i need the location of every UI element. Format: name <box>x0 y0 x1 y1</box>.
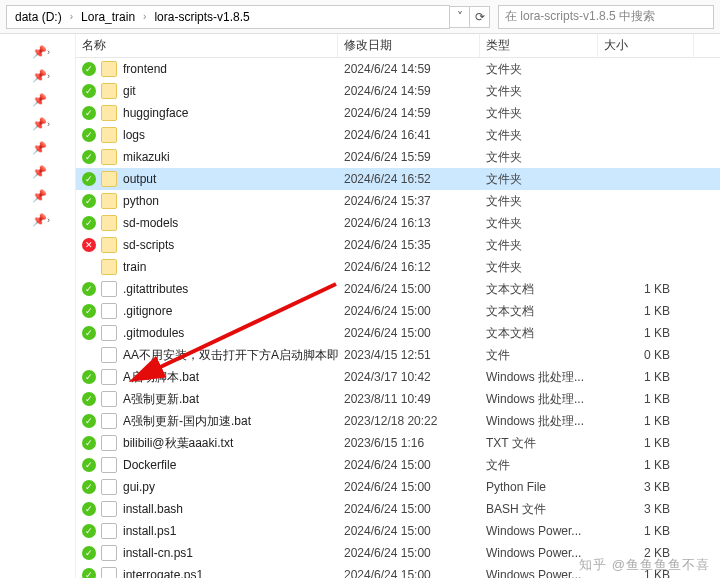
column-name[interactable]: 名称 <box>76 34 338 57</box>
file-row[interactable]: ✓A强制更新.bat2023/8/11 10:49Windows 批处理...1… <box>76 388 720 410</box>
pin-icon: 📌 <box>32 213 47 227</box>
column-type[interactable]: 类型 <box>480 34 598 57</box>
quick-access-item[interactable]: 📌› <box>0 112 75 136</box>
folder-icon <box>101 193 117 209</box>
file-name: A强制更新.bat <box>123 391 199 408</box>
file-name: install-cn.ps1 <box>123 546 193 560</box>
file-date: 2024/6/24 15:35 <box>338 238 480 252</box>
file-row[interactable]: ✓A启动脚本.bat2024/3/17 10:42Windows 批处理...1… <box>76 366 720 388</box>
file-row[interactable]: ✓huggingface2024/6/24 14:59文件夹 <box>76 102 720 124</box>
file-type: 文件夹 <box>480 83 598 100</box>
file-size: 0 KB <box>598 348 694 362</box>
sync-none-icon <box>82 348 96 362</box>
sync-ok-icon: ✓ <box>82 502 96 516</box>
file-size: 1 KB <box>598 436 694 450</box>
file-name: .gitignore <box>123 304 172 318</box>
sync-ok-icon: ✓ <box>82 436 96 450</box>
file-name: install.ps1 <box>123 524 176 538</box>
file-icon <box>101 501 117 517</box>
pin-icon: 📌 <box>32 93 47 107</box>
file-row[interactable]: ✓python2024/6/24 15:37文件夹 <box>76 190 720 212</box>
file-row[interactable]: ✓git2024/6/24 14:59文件夹 <box>76 80 720 102</box>
search-input[interactable]: 在 lora-scripts-v1.8.5 中搜索 <box>498 5 714 29</box>
file-row[interactable]: ✓A强制更新-国内加速.bat2023/12/18 20:22Windows 批… <box>76 410 720 432</box>
chevron-right-icon: › <box>47 215 50 225</box>
file-row[interactable]: ✓mikazuki2024/6/24 15:59文件夹 <box>76 146 720 168</box>
file-type: 文本文档 <box>480 303 598 320</box>
file-row[interactable]: ✓gui.py2024/6/24 15:00Python File3 KB <box>76 476 720 498</box>
file-row[interactable]: ✕sd-scripts2024/6/24 15:35文件夹 <box>76 234 720 256</box>
file-row[interactable]: ✓logs2024/6/24 16:41文件夹 <box>76 124 720 146</box>
file-row[interactable]: AA不用安装，双击打开下方A启动脚本即...2023/4/15 12:51文件0… <box>76 344 720 366</box>
breadcrumb[interactable]: data (D:) › Lora_train › lora-scripts-v1… <box>6 5 450 29</box>
folder-icon <box>101 259 117 275</box>
sync-ok-icon: ✓ <box>82 480 96 494</box>
file-date: 2024/6/24 15:59 <box>338 150 480 164</box>
file-row[interactable]: ✓bilibili@秋葉aaaki.txt2023/6/15 1:16TXT 文… <box>76 432 720 454</box>
file-size: 1 KB <box>598 458 694 472</box>
sync-ok-icon: ✓ <box>82 370 96 384</box>
file-name: .gitmodules <box>123 326 184 340</box>
file-row[interactable]: ✓.gitattributes2024/6/24 15:00文本文档1 KB <box>76 278 720 300</box>
file-name: train <box>123 260 146 274</box>
file-row[interactable]: ✓.gitmodules2024/6/24 15:00文本文档1 KB <box>76 322 720 344</box>
file-name: huggingface <box>123 106 188 120</box>
refresh-button[interactable]: ⟳ <box>470 6 490 28</box>
sync-error-icon: ✕ <box>82 238 96 252</box>
file-date: 2024/6/24 16:13 <box>338 216 480 230</box>
file-name: A强制更新-国内加速.bat <box>123 413 251 430</box>
sync-ok-icon: ✓ <box>82 304 96 318</box>
sync-ok-icon: ✓ <box>82 568 96 578</box>
quick-access-item[interactable]: 📌› <box>0 208 75 232</box>
file-icon <box>101 567 117 578</box>
file-name: interrogate.ps1 <box>123 568 203 578</box>
file-name: install.bash <box>123 502 183 516</box>
breadcrumb-seg-folder1[interactable]: Lora_train <box>77 10 139 24</box>
sync-ok-icon: ✓ <box>82 128 96 142</box>
sync-ok-icon: ✓ <box>82 458 96 472</box>
sync-ok-icon: ✓ <box>82 150 96 164</box>
file-row[interactable]: ✓Dockerfile2024/6/24 15:00文件1 KB <box>76 454 720 476</box>
file-icon <box>101 545 117 561</box>
file-date: 2024/6/24 15:00 <box>338 546 480 560</box>
file-row[interactable]: ✓.gitignore2024/6/24 15:00文本文档1 KB <box>76 300 720 322</box>
quick-access-item[interactable]: 📌 <box>0 136 75 160</box>
file-date: 2024/6/24 14:59 <box>338 106 480 120</box>
file-date: 2024/6/24 15:00 <box>338 282 480 296</box>
file-row[interactable]: ✓install.bash2024/6/24 15:00BASH 文件3 KB <box>76 498 720 520</box>
file-size: 3 KB <box>598 480 694 494</box>
quick-access-item[interactable]: 📌› <box>0 64 75 88</box>
quick-access-item[interactable]: 📌› <box>0 40 75 64</box>
file-type: 文件夹 <box>480 127 598 144</box>
quick-access-item[interactable]: 📌 <box>0 184 75 208</box>
file-date: 2024/6/24 15:00 <box>338 524 480 538</box>
file-row[interactable]: ✓sd-models2024/6/24 16:13文件夹 <box>76 212 720 234</box>
file-size: 1 KB <box>598 524 694 538</box>
file-type: 文本文档 <box>480 325 598 342</box>
columns-header[interactable]: 名称 修改日期 类型 大小 <box>76 34 720 58</box>
file-row[interactable]: ✓output2024/6/24 16:52文件夹 <box>76 168 720 190</box>
file-row[interactable]: ✓frontend2024/6/24 14:59文件夹 <box>76 58 720 80</box>
column-modified[interactable]: 修改日期 <box>338 34 480 57</box>
file-name: git <box>123 84 136 98</box>
breadcrumb-seg-drive[interactable]: data (D:) <box>11 10 66 24</box>
file-name: mikazuki <box>123 150 170 164</box>
file-size: 1 KB <box>598 326 694 340</box>
address-bar: data (D:) › Lora_train › lora-scripts-v1… <box>0 0 720 34</box>
quick-access-item[interactable]: 📌 <box>0 88 75 112</box>
file-row[interactable]: ✓install.ps12024/6/24 15:00Windows Power… <box>76 520 720 542</box>
file-name: sd-scripts <box>123 238 174 252</box>
file-name: A启动脚本.bat <box>123 369 199 386</box>
file-icon <box>101 413 117 429</box>
breadcrumb-seg-folder2[interactable]: lora-scripts-v1.8.5 <box>150 10 253 24</box>
file-type: 文件夹 <box>480 171 598 188</box>
file-date: 2024/6/24 16:41 <box>338 128 480 142</box>
file-row[interactable]: train2024/6/24 16:12文件夹 <box>76 256 720 278</box>
file-name: output <box>123 172 156 186</box>
column-size[interactable]: 大小 <box>598 34 694 57</box>
pin-icon: 📌 <box>32 69 47 83</box>
history-dropdown-button[interactable]: ˅ <box>450 6 470 28</box>
folder-icon <box>101 237 117 253</box>
file-type: 文件 <box>480 347 598 364</box>
quick-access-item[interactable]: 📌 <box>0 160 75 184</box>
